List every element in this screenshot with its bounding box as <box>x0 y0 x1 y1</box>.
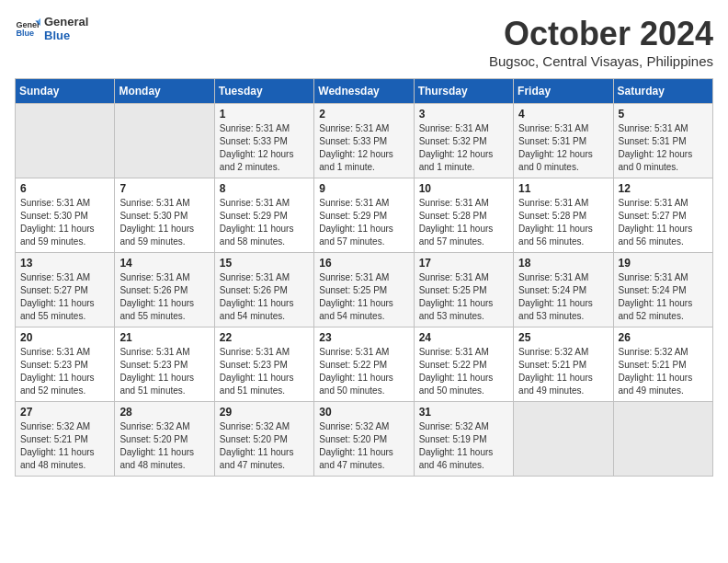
day-number: 17 <box>419 257 508 270</box>
calendar-cell: 30Sunrise: 5:32 AM Sunset: 5:20 PM Dayli… <box>314 402 414 477</box>
calendar-cell: 7Sunrise: 5:31 AM Sunset: 5:30 PM Daylig… <box>115 178 214 253</box>
day-number: 23 <box>319 331 408 344</box>
calendar-cell: 11Sunrise: 5:31 AM Sunset: 5:28 PM Dayli… <box>514 178 613 253</box>
calendar-cell: 18Sunrise: 5:31 AM Sunset: 5:24 PM Dayli… <box>514 253 613 327</box>
day-info: Sunrise: 5:31 AM Sunset: 5:22 PM Dayligh… <box>319 346 408 397</box>
day-info: Sunrise: 5:31 AM Sunset: 5:25 PM Dayligh… <box>319 271 408 323</box>
day-number: 31 <box>419 406 508 419</box>
svg-text:Blue: Blue <box>16 29 34 38</box>
calendar-week-row: 20Sunrise: 5:31 AM Sunset: 5:23 PM Dayli… <box>16 327 713 402</box>
logo-blue: Blue <box>44 29 88 42</box>
day-info: Sunrise: 5:31 AM Sunset: 5:28 PM Dayligh… <box>419 197 508 248</box>
col-header-saturday: Saturday <box>613 79 712 104</box>
logo: General Blue General Blue <box>15 15 88 42</box>
calendar-cell <box>613 402 712 477</box>
day-number: 28 <box>119 406 209 419</box>
day-info: Sunrise: 5:31 AM Sunset: 5:30 PM Dayligh… <box>20 197 109 248</box>
day-info: Sunrise: 5:31 AM Sunset: 5:24 PM Dayligh… <box>619 271 708 323</box>
calendar-cell: 9Sunrise: 5:31 AM Sunset: 5:29 PM Daylig… <box>314 178 414 253</box>
day-info: Sunrise: 5:31 AM Sunset: 5:31 PM Dayligh… <box>619 122 708 174</box>
calendar-cell: 24Sunrise: 5:31 AM Sunset: 5:22 PM Dayli… <box>414 327 513 402</box>
calendar-cell <box>115 104 214 178</box>
day-info: Sunrise: 5:31 AM Sunset: 5:31 PM Dayligh… <box>518 122 608 174</box>
calendar-cell: 15Sunrise: 5:31 AM Sunset: 5:26 PM Dayli… <box>214 253 313 327</box>
calendar-cell: 21Sunrise: 5:31 AM Sunset: 5:23 PM Dayli… <box>115 327 214 402</box>
page-header: General Blue General Blue October 2024 B… <box>15 15 713 69</box>
day-number: 12 <box>619 182 708 195</box>
title-block: October 2024 Bugsoc, Central Visayas, Ph… <box>489 15 713 69</box>
day-info: Sunrise: 5:31 AM Sunset: 5:25 PM Dayligh… <box>419 271 508 323</box>
day-number: 7 <box>119 182 209 195</box>
day-number: 20 <box>20 331 109 344</box>
day-number: 5 <box>619 108 708 121</box>
day-number: 11 <box>518 182 608 195</box>
day-number: 18 <box>518 257 608 270</box>
logo-general: General <box>44 15 88 29</box>
day-number: 24 <box>419 331 508 344</box>
calendar-cell: 27Sunrise: 5:32 AM Sunset: 5:21 PM Dayli… <box>16 402 115 477</box>
day-info: Sunrise: 5:32 AM Sunset: 5:21 PM Dayligh… <box>20 420 109 472</box>
day-info: Sunrise: 5:32 AM Sunset: 5:21 PM Dayligh… <box>619 346 708 397</box>
day-info: Sunrise: 5:32 AM Sunset: 5:20 PM Dayligh… <box>319 420 408 472</box>
calendar-cell <box>16 104 115 178</box>
month-title: October 2024 <box>489 15 713 53</box>
day-number: 1 <box>220 108 309 121</box>
calendar-cell: 16Sunrise: 5:31 AM Sunset: 5:25 PM Dayli… <box>314 253 414 327</box>
col-header-sunday: Sunday <box>16 79 115 104</box>
day-number: 26 <box>619 331 708 344</box>
day-info: Sunrise: 5:31 AM Sunset: 5:23 PM Dayligh… <box>220 346 309 397</box>
col-header-monday: Monday <box>115 79 214 104</box>
day-number: 2 <box>319 108 408 121</box>
col-header-tuesday: Tuesday <box>214 79 313 104</box>
calendar-cell: 23Sunrise: 5:31 AM Sunset: 5:22 PM Dayli… <box>314 327 414 402</box>
day-number: 19 <box>619 257 708 270</box>
calendar-cell: 25Sunrise: 5:32 AM Sunset: 5:21 PM Dayli… <box>514 327 613 402</box>
day-info: Sunrise: 5:31 AM Sunset: 5:23 PM Dayligh… <box>119 346 209 397</box>
day-info: Sunrise: 5:32 AM Sunset: 5:20 PM Dayligh… <box>119 420 209 472</box>
day-info: Sunrise: 5:31 AM Sunset: 5:27 PM Dayligh… <box>20 271 109 323</box>
day-info: Sunrise: 5:31 AM Sunset: 5:33 PM Dayligh… <box>319 122 408 174</box>
calendar-cell: 13Sunrise: 5:31 AM Sunset: 5:27 PM Dayli… <box>16 253 115 327</box>
day-number: 3 <box>419 108 508 121</box>
day-number: 8 <box>220 182 309 195</box>
calendar-cell <box>514 402 613 477</box>
calendar-cell: 31Sunrise: 5:32 AM Sunset: 5:19 PM Dayli… <box>414 402 513 477</box>
calendar-cell: 10Sunrise: 5:31 AM Sunset: 5:28 PM Dayli… <box>414 178 513 253</box>
calendar-cell: 14Sunrise: 5:31 AM Sunset: 5:26 PM Dayli… <box>115 253 214 327</box>
calendar-cell: 1Sunrise: 5:31 AM Sunset: 5:33 PM Daylig… <box>214 104 313 178</box>
calendar-cell: 2Sunrise: 5:31 AM Sunset: 5:33 PM Daylig… <box>314 104 414 178</box>
day-number: 6 <box>20 182 109 195</box>
calendar-cell: 20Sunrise: 5:31 AM Sunset: 5:23 PM Dayli… <box>16 327 115 402</box>
day-number: 21 <box>119 331 209 344</box>
calendar-table: SundayMondayTuesdayWednesdayThursdayFrid… <box>15 78 713 477</box>
day-info: Sunrise: 5:32 AM Sunset: 5:20 PM Dayligh… <box>220 420 309 472</box>
day-number: 30 <box>319 406 408 419</box>
day-info: Sunrise: 5:31 AM Sunset: 5:28 PM Dayligh… <box>518 197 608 248</box>
calendar-cell: 17Sunrise: 5:31 AM Sunset: 5:25 PM Dayli… <box>414 253 513 327</box>
day-info: Sunrise: 5:31 AM Sunset: 5:24 PM Dayligh… <box>518 271 608 323</box>
calendar-cell: 29Sunrise: 5:32 AM Sunset: 5:20 PM Dayli… <box>214 402 313 477</box>
day-number: 25 <box>518 331 608 344</box>
location-subtitle: Bugsoc, Central Visayas, Philippines <box>489 53 713 69</box>
day-number: 29 <box>220 406 309 419</box>
day-info: Sunrise: 5:32 AM Sunset: 5:21 PM Dayligh… <box>518 346 608 397</box>
day-number: 22 <box>220 331 309 344</box>
calendar-cell: 8Sunrise: 5:31 AM Sunset: 5:29 PM Daylig… <box>214 178 313 253</box>
day-number: 27 <box>20 406 109 419</box>
day-number: 13 <box>20 257 109 270</box>
calendar-cell: 4Sunrise: 5:31 AM Sunset: 5:31 PM Daylig… <box>514 104 613 178</box>
day-info: Sunrise: 5:31 AM Sunset: 5:22 PM Dayligh… <box>419 346 508 397</box>
calendar-cell: 12Sunrise: 5:31 AM Sunset: 5:27 PM Dayli… <box>613 178 712 253</box>
calendar-header-row: SundayMondayTuesdayWednesdayThursdayFrid… <box>16 79 713 104</box>
col-header-wednesday: Wednesday <box>314 79 414 104</box>
logo-icon: General Blue <box>15 16 40 41</box>
day-info: Sunrise: 5:31 AM Sunset: 5:26 PM Dayligh… <box>119 271 209 323</box>
day-info: Sunrise: 5:31 AM Sunset: 5:32 PM Dayligh… <box>419 122 508 174</box>
day-info: Sunrise: 5:31 AM Sunset: 5:29 PM Dayligh… <box>220 197 309 248</box>
day-info: Sunrise: 5:31 AM Sunset: 5:26 PM Dayligh… <box>220 271 309 323</box>
day-number: 4 <box>518 108 608 121</box>
calendar-cell: 19Sunrise: 5:31 AM Sunset: 5:24 PM Dayli… <box>613 253 712 327</box>
calendar-cell: 22Sunrise: 5:31 AM Sunset: 5:23 PM Dayli… <box>214 327 313 402</box>
calendar-cell: 26Sunrise: 5:32 AM Sunset: 5:21 PM Dayli… <box>613 327 712 402</box>
col-header-thursday: Thursday <box>414 79 513 104</box>
